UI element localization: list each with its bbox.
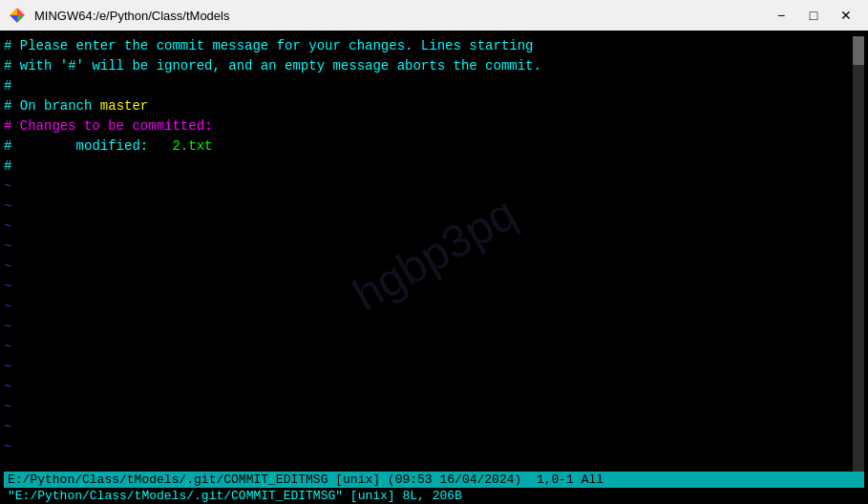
vim-info-bar: "E:/Python/Class/tModels/.git/COMMIT_EDI… bbox=[4, 488, 864, 504]
scrollbar[interactable] bbox=[853, 36, 864, 472]
line-3: # bbox=[4, 76, 864, 96]
title-bar-left: MINGW64:/e/Python/Class/tModels bbox=[8, 6, 229, 25]
app-icon bbox=[8, 6, 27, 25]
tilde-10: ~ bbox=[4, 357, 864, 377]
tilde-12: ~ bbox=[4, 397, 864, 417]
terminal: # Please enter the commit message for yo… bbox=[0, 31, 868, 504]
vim-status-bar: E:/Python/Class/tModels/.git/COMMIT_EDIT… bbox=[4, 472, 864, 488]
line-1: # Please enter the commit message for yo… bbox=[4, 36, 864, 56]
tilde-3: ~ bbox=[4, 217, 864, 237]
title-bar: MINGW64:/e/Python/Class/tModels − □ ✕ bbox=[0, 0, 868, 31]
line-6: # modified: 2.txt bbox=[4, 136, 864, 157]
window-controls: − □ ✕ bbox=[767, 6, 860, 25]
tilde-1: ~ bbox=[4, 177, 864, 197]
tilde-8: ~ bbox=[4, 317, 864, 337]
line-7: # bbox=[4, 157, 864, 177]
window-title: MINGW64:/e/Python/Class/tModels bbox=[34, 9, 229, 23]
line-5: # Changes to be committed: bbox=[4, 116, 864, 136]
tilde-4: ~ bbox=[4, 237, 864, 257]
tilde-2: ~ bbox=[4, 197, 864, 217]
line-4: # On branch master bbox=[4, 96, 864, 116]
maximize-button[interactable]: □ bbox=[799, 6, 828, 25]
terminal-content: # Please enter the commit message for yo… bbox=[4, 36, 864, 472]
tilde-11: ~ bbox=[4, 377, 864, 397]
tilde-9: ~ bbox=[4, 337, 864, 357]
tilde-5: ~ bbox=[4, 257, 864, 277]
tilde-14: ~ bbox=[4, 437, 864, 457]
tilde-13: ~ bbox=[4, 417, 864, 437]
scrollbar-thumb[interactable] bbox=[853, 36, 864, 65]
tilde-7: ~ bbox=[4, 297, 864, 317]
tilde-6: ~ bbox=[4, 277, 864, 297]
close-button[interactable]: ✕ bbox=[832, 6, 860, 25]
minimize-button[interactable]: − bbox=[767, 6, 795, 25]
line-2: # with '#' will be ignored, and an empty… bbox=[4, 56, 864, 76]
